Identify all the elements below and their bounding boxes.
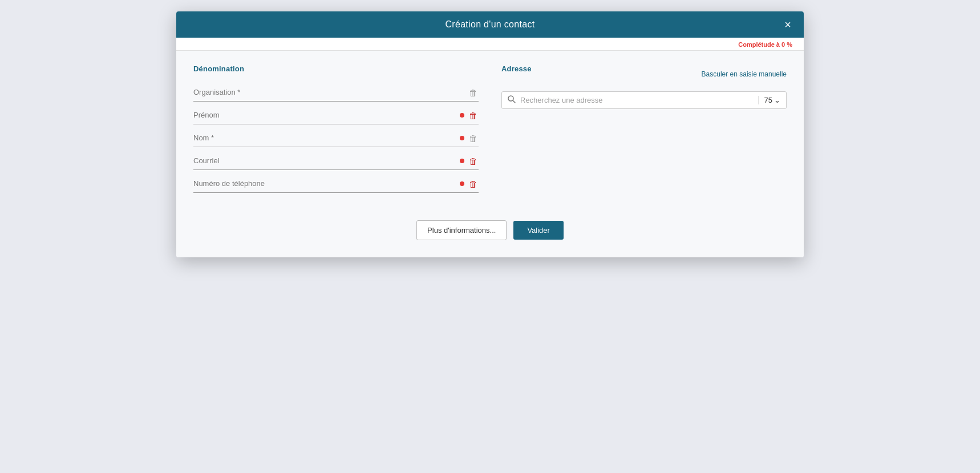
more-info-button[interactable]: Plus d'informations...	[416, 220, 507, 240]
completude-text: Complétude à 0 %	[738, 41, 792, 48]
nom-row: 🗑	[193, 129, 479, 147]
nom-icons: 🗑	[460, 133, 479, 144]
dept-value: 75	[764, 96, 772, 104]
basculer-link[interactable]: Basculer en saisie manuelle	[702, 70, 787, 78]
search-icon	[508, 95, 516, 105]
nom-delete-button[interactable]: 🗑	[468, 133, 479, 144]
courriel-row: 🗑	[193, 152, 479, 170]
prenom-input[interactable]	[193, 106, 479, 124]
address-label: Adresse	[501, 64, 532, 73]
prenom-delete-button[interactable]: 🗑	[468, 110, 479, 121]
organisation-input[interactable]	[193, 83, 479, 102]
address-header: Adresse Basculer en saisie manuelle	[501, 64, 787, 83]
courriel-icons: 🗑	[460, 156, 479, 167]
svg-line-1	[513, 100, 515, 103]
nom-input[interactable]	[193, 129, 479, 147]
modal-header: Création d'un contact ×	[176, 11, 804, 38]
modal-body: Dénomination 🗑 🗑	[176, 51, 804, 209]
telephone-delete-button[interactable]: 🗑	[468, 179, 479, 189]
courriel-delete-button[interactable]: 🗑	[468, 156, 479, 167]
courriel-input[interactable]	[193, 152, 479, 170]
telephone-row: 🗑	[193, 175, 479, 193]
address-section: Adresse Basculer en saisie manuelle 75 ⌄	[501, 64, 787, 197]
denomination-label: Dénomination	[193, 64, 479, 73]
nom-required-dot	[460, 136, 464, 140]
courriel-required-dot	[460, 159, 464, 163]
denomination-section: Dénomination 🗑 🗑	[193, 64, 479, 197]
modal-container: Création d'un contact × Complétude à 0 %…	[176, 11, 804, 257]
svg-point-0	[508, 96, 513, 101]
telephone-icons: 🗑	[460, 179, 479, 189]
modal-title: Création d'un contact	[445, 19, 534, 30]
valider-button[interactable]: Valider	[513, 221, 564, 240]
modal-close-button[interactable]: ×	[781, 18, 795, 31]
organisation-icons: 🗑	[468, 87, 479, 98]
modal-footer: Plus d'informations... Valider	[176, 209, 804, 257]
address-search-container: 75 ⌄	[501, 91, 787, 109]
dept-selector[interactable]: 75 ⌄	[758, 96, 780, 104]
chevron-down-icon: ⌄	[774, 96, 780, 104]
organisation-row: 🗑	[193, 83, 479, 102]
telephone-input[interactable]	[193, 175, 479, 193]
organisation-delete-button[interactable]: 🗑	[468, 87, 479, 98]
prenom-required-dot	[460, 113, 464, 118]
telephone-required-dot	[460, 181, 464, 186]
completude-bar: Complétude à 0 %	[176, 38, 804, 51]
prenom-row: 🗑	[193, 106, 479, 124]
prenom-icons: 🗑	[460, 110, 479, 121]
address-search-input[interactable]	[520, 96, 754, 104]
